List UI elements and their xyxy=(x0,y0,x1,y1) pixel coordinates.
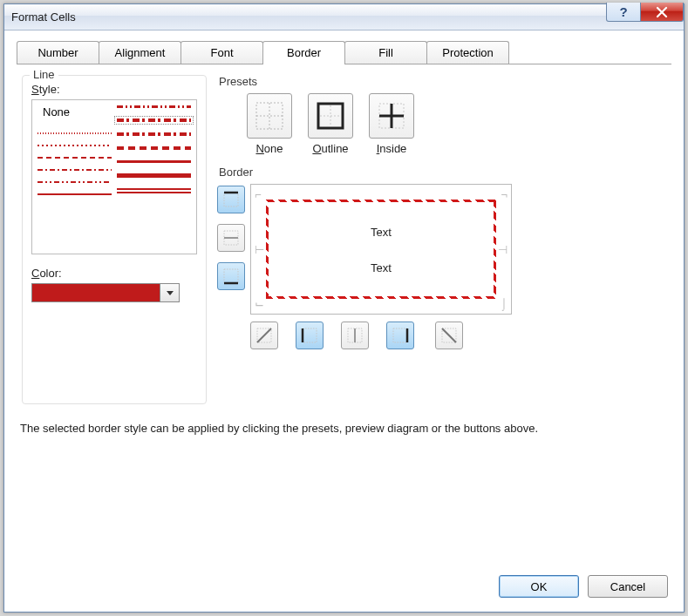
border-top-button[interactable] xyxy=(217,186,245,213)
tab-fill[interactable]: Fill xyxy=(344,41,427,64)
border-preview[interactable]: ⌐ ¬ ⊢ ⊣ ⌙ ⌡ Text Text xyxy=(250,184,512,315)
line-style-thin[interactable] xyxy=(37,193,112,195)
line-style-dotted[interactable] xyxy=(37,145,112,146)
ok-button[interactable]: OK xyxy=(499,575,579,598)
line-style-slant-dash-dot[interactable] xyxy=(117,118,191,122)
format-cells-dialog: Format Cells ? Number Alignment Font Bor… xyxy=(3,3,685,613)
hint-text: The selected border style can be applied… xyxy=(20,420,648,437)
line-style-hair-dotted[interactable] xyxy=(37,132,112,134)
line-group: Line Style: None xyxy=(22,75,207,404)
tab-border[interactable]: Border xyxy=(262,41,345,64)
border-bottom-button[interactable] xyxy=(217,262,245,290)
border-middle-h-icon xyxy=(221,228,241,247)
line-style-medium[interactable] xyxy=(117,160,191,163)
line-style-none[interactable]: None xyxy=(37,105,112,118)
help-button[interactable]: ? xyxy=(606,3,641,22)
color-dropdown-button[interactable] xyxy=(160,283,180,302)
tab-protection[interactable]: Protection xyxy=(426,41,509,64)
diagonal-up-icon xyxy=(255,326,274,345)
color-swatch[interactable] xyxy=(31,283,160,302)
color-picker[interactable] xyxy=(31,283,180,302)
border-right-button[interactable] xyxy=(386,322,414,349)
line-style-picker[interactable]: None xyxy=(31,99,197,254)
close-button[interactable] xyxy=(640,3,684,22)
tick-corner-icon: ⌡ xyxy=(501,297,507,310)
line-style-medium-dash-dot-dot[interactable] xyxy=(117,105,191,108)
preset-none[interactable]: None xyxy=(247,93,292,155)
svg-rect-9 xyxy=(224,193,238,206)
svg-rect-17 xyxy=(303,328,317,342)
line-style-medium-dash-dot[interactable] xyxy=(117,132,191,136)
tick-edge-icon: ⊣ xyxy=(498,243,507,256)
diagonal-down-icon xyxy=(439,326,459,345)
preview-cell-text: Text xyxy=(371,226,392,239)
preset-none-icon xyxy=(253,99,286,132)
line-style-dash-dot-dot[interactable] xyxy=(37,181,112,183)
border-label: Border xyxy=(217,166,666,179)
presets-label: Presets xyxy=(217,75,666,88)
border-middle-horizontal-button[interactable] xyxy=(217,224,245,252)
tab-bar: Number Alignment Font Border Fill Protec… xyxy=(17,41,671,64)
close-icon xyxy=(656,6,668,18)
svg-line-24 xyxy=(442,328,456,342)
border-left-button[interactable] xyxy=(296,322,324,349)
svg-rect-13 xyxy=(224,269,238,283)
window-title: Format Cells xyxy=(11,10,76,24)
border-diagonal-up-button[interactable] xyxy=(250,322,278,349)
tick-corner-icon: ¬ xyxy=(501,188,507,201)
preset-inside[interactable]: Inside xyxy=(369,93,414,155)
tab-number[interactable]: Number xyxy=(17,41,99,64)
preset-outline-icon xyxy=(314,99,347,132)
border-left-icon xyxy=(300,326,319,345)
tab-font[interactable]: Font xyxy=(181,41,263,64)
border-middle-v-icon xyxy=(345,326,364,345)
border-middle-vertical-button[interactable] xyxy=(341,322,369,349)
line-group-label: Line xyxy=(30,68,58,81)
color-label: Color: xyxy=(31,267,197,280)
preset-outline[interactable]: Outline xyxy=(308,93,353,155)
line-style-medium-dashed[interactable] xyxy=(117,146,191,150)
titlebar-buttons: ? xyxy=(607,3,684,22)
preview-cell-text: Text xyxy=(371,261,392,274)
preview-border-outline xyxy=(266,200,496,299)
cancel-button[interactable]: Cancel xyxy=(588,575,668,598)
help-icon: ? xyxy=(619,4,627,19)
svg-line-16 xyxy=(257,328,271,342)
line-style-dashed[interactable] xyxy=(37,157,112,159)
line-style-thick[interactable] xyxy=(117,173,191,178)
style-label: Style: xyxy=(31,83,197,96)
svg-rect-21 xyxy=(393,328,407,342)
border-bottom-icon xyxy=(221,267,241,286)
line-style-dash-dot[interactable] xyxy=(37,169,112,171)
border-diagonal-down-button[interactable] xyxy=(435,322,463,349)
line-style-double[interactable] xyxy=(117,188,191,193)
preset-inside-icon xyxy=(375,99,408,132)
border-right-icon xyxy=(391,326,410,345)
tick-corner-icon: ⌐ xyxy=(255,188,262,201)
tab-alignment[interactable]: Alignment xyxy=(99,41,181,64)
titlebar: Format Cells ? xyxy=(4,4,684,30)
border-top-icon xyxy=(221,190,241,209)
